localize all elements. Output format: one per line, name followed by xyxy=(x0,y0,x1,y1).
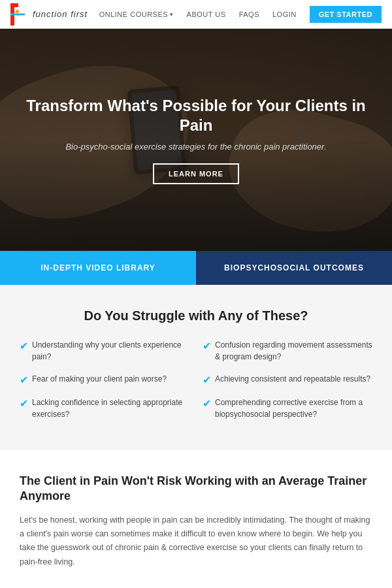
svg-rect-3 xyxy=(15,8,20,13)
struggle-item-text: Fear of making your client pain worse? xyxy=(32,373,167,385)
list-item: ✔ Understanding why your clients experie… xyxy=(20,339,189,363)
check-icon: ✔ xyxy=(20,374,28,386)
trainer-section: The Client in Pain Won't Risk Working wi… xyxy=(0,450,392,582)
struggle-item-text: Achieving consistent and repeatable resu… xyxy=(215,373,370,385)
struggle-item-text: Understanding why your clients experienc… xyxy=(32,339,189,363)
logo[interactable]: function first xyxy=(10,3,88,25)
struggle-item-text: Lacking confidence in selecting appropri… xyxy=(32,397,189,420)
hero-learn-more-button[interactable]: LEARN MORE xyxy=(153,163,239,184)
check-icon: ✔ xyxy=(203,397,211,410)
struggle-section: Do You Struggle with Any of These? ✔ Und… xyxy=(0,285,392,450)
check-icon: ✔ xyxy=(20,397,28,410)
nav-online-courses[interactable]: ONLINE COURSES ▾ xyxy=(99,10,174,18)
struggle-item-text: Confusion regarding movement assessments… xyxy=(215,339,372,363)
hero-subtitle: Bio-psycho-social exercise strategies fo… xyxy=(26,142,366,152)
list-item: ✔ Lacking confidence in selecting approp… xyxy=(20,397,189,420)
tab-biopsychosocial[interactable]: BIOPSYCHOSOCIAL OUTCOMES xyxy=(196,251,392,285)
nav-login[interactable]: LOGIN xyxy=(272,10,297,18)
list-item: ✔ Fear of making your client pain worse? xyxy=(20,373,189,386)
tab-video-library[interactable]: IN-DEPTH VIDEO LIBRARY xyxy=(0,251,196,285)
list-item: ✔ Comprehending corrective exercise from… xyxy=(203,397,372,420)
hero-section: Transform What's Possible for Your Clien… xyxy=(0,29,392,251)
struggle-item-text: Comprehending corrective exercise from a… xyxy=(215,397,372,420)
trainer-body: Let's be honest, working with people in … xyxy=(20,514,372,569)
get-started-button[interactable]: GET STARTED xyxy=(310,6,382,23)
struggle-title: Do You Struggle with Any of These? xyxy=(20,308,372,323)
check-icon: ✔ xyxy=(203,340,211,352)
logo-text: function first xyxy=(33,9,88,19)
nav-about-us[interactable]: ABOUT US xyxy=(187,10,226,18)
svg-rect-1 xyxy=(14,3,18,7)
trainer-title: The Client in Pain Won't Risk Working wi… xyxy=(20,474,372,504)
check-icon: ✔ xyxy=(20,340,28,352)
hero-title: Transform What's Possible for Your Clien… xyxy=(26,96,366,135)
nav-faqs[interactable]: FAQS xyxy=(239,10,259,18)
courses-caret-icon: ▾ xyxy=(170,11,174,18)
struggle-grid: ✔ Understanding why your clients experie… xyxy=(20,339,372,431)
hero-content: Transform What's Possible for Your Clien… xyxy=(0,96,392,184)
nav-links: ONLINE COURSES ▾ ABOUT US FAQS LOGIN GET… xyxy=(99,6,382,23)
feature-tabs: IN-DEPTH VIDEO LIBRARY BIOPSYCHOSOCIAL O… xyxy=(0,251,392,285)
check-icon: ✔ xyxy=(203,374,211,386)
navbar: function first ONLINE COURSES ▾ ABOUT US… xyxy=(0,0,392,29)
list-item: ✔ Achieving consistent and repeatable re… xyxy=(203,373,372,386)
list-item: ✔ Confusion regarding movement assessmen… xyxy=(203,339,372,363)
